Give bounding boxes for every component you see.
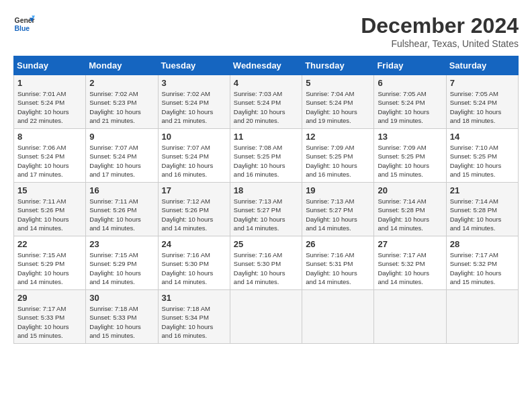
calendar-body: 1Sunrise: 7:01 AM Sunset: 5:24 PM Daylig… xyxy=(14,75,519,344)
day-number: 12 xyxy=(306,132,370,142)
day-detail: Sunrise: 7:05 AM Sunset: 5:24 PM Dayligh… xyxy=(450,89,515,125)
day-detail: Sunrise: 7:17 AM Sunset: 5:32 PM Dayligh… xyxy=(378,250,442,286)
dow-header-wednesday: Wednesday xyxy=(230,56,302,75)
dow-header-saturday: Saturday xyxy=(446,56,518,75)
calendar-cell: 31Sunrise: 7:18 AM Sunset: 5:34 PM Dayli… xyxy=(158,290,230,344)
day-detail: Sunrise: 7:16 AM Sunset: 5:30 PM Dayligh… xyxy=(162,250,226,286)
calendar-cell: 18Sunrise: 7:13 AM Sunset: 5:27 PM Dayli… xyxy=(230,183,302,236)
logo: General Blue xyxy=(13,13,35,35)
calendar-cell: 1Sunrise: 7:01 AM Sunset: 5:24 PM Daylig… xyxy=(14,75,86,129)
day-detail: Sunrise: 7:15 AM Sunset: 5:29 PM Dayligh… xyxy=(17,250,82,286)
day-detail: Sunrise: 7:14 AM Sunset: 5:28 PM Dayligh… xyxy=(450,197,515,232)
calendar-cell: 16Sunrise: 7:11 AM Sunset: 5:26 PM Dayli… xyxy=(86,183,158,236)
day-detail: Sunrise: 7:03 AM Sunset: 5:24 PM Dayligh… xyxy=(234,89,298,125)
day-detail: Sunrise: 7:15 AM Sunset: 5:29 PM Dayligh… xyxy=(89,250,154,286)
day-detail: Sunrise: 7:14 AM Sunset: 5:28 PM Dayligh… xyxy=(378,197,442,232)
day-detail: Sunrise: 7:11 AM Sunset: 5:26 PM Dayligh… xyxy=(89,197,154,232)
day-number: 24 xyxy=(162,239,226,249)
day-number: 6 xyxy=(378,78,442,88)
day-detail: Sunrise: 7:01 AM Sunset: 5:24 PM Dayligh… xyxy=(17,89,82,125)
day-detail: Sunrise: 7:07 AM Sunset: 5:24 PM Dayligh… xyxy=(89,143,154,179)
calendar-cell: 12Sunrise: 7:09 AM Sunset: 5:25 PM Dayli… xyxy=(302,129,374,183)
day-detail: Sunrise: 7:13 AM Sunset: 5:27 PM Dayligh… xyxy=(234,197,298,232)
calendar-week-1: 1Sunrise: 7:01 AM Sunset: 5:24 PM Daylig… xyxy=(14,75,519,129)
dow-header-thursday: Thursday xyxy=(302,56,374,75)
day-number: 2 xyxy=(89,78,154,88)
day-detail: Sunrise: 7:02 AM Sunset: 5:23 PM Dayligh… xyxy=(89,89,154,125)
calendar-table: SundayMondayTuesdayWednesdayThursdayFrid… xyxy=(13,56,519,344)
calendar-cell: 5Sunrise: 7:04 AM Sunset: 5:24 PM Daylig… xyxy=(302,75,374,129)
day-number: 31 xyxy=(162,293,226,303)
calendar-cell xyxy=(374,290,446,344)
day-detail: Sunrise: 7:17 AM Sunset: 5:33 PM Dayligh… xyxy=(17,304,82,340)
day-detail: Sunrise: 7:11 AM Sunset: 5:26 PM Dayligh… xyxy=(17,197,82,232)
day-number: 19 xyxy=(306,185,370,195)
day-number: 1 xyxy=(17,78,82,88)
calendar-cell: 28Sunrise: 7:17 AM Sunset: 5:32 PM Dayli… xyxy=(446,236,518,290)
day-number: 9 xyxy=(89,132,154,142)
calendar-cell: 19Sunrise: 7:13 AM Sunset: 5:27 PM Dayli… xyxy=(302,183,374,236)
calendar-cell: 21Sunrise: 7:14 AM Sunset: 5:28 PM Dayli… xyxy=(446,183,518,236)
day-detail: Sunrise: 7:09 AM Sunset: 5:25 PM Dayligh… xyxy=(306,143,370,179)
dow-header-monday: Monday xyxy=(86,56,158,75)
day-number: 7 xyxy=(450,78,515,88)
calendar-cell xyxy=(230,290,302,344)
day-detail: Sunrise: 7:13 AM Sunset: 5:27 PM Dayligh… xyxy=(306,197,370,232)
title-area: December 2024 Fulshear, Texas, United St… xyxy=(361,13,519,49)
day-number: 4 xyxy=(234,78,298,88)
day-number: 21 xyxy=(450,185,515,195)
calendar-cell: 13Sunrise: 7:09 AM Sunset: 5:25 PM Dayli… xyxy=(374,129,446,183)
day-number: 5 xyxy=(306,78,370,88)
day-detail: Sunrise: 7:10 AM Sunset: 5:25 PM Dayligh… xyxy=(450,143,515,179)
calendar-cell: 4Sunrise: 7:03 AM Sunset: 5:24 PM Daylig… xyxy=(230,75,302,129)
calendar-cell: 30Sunrise: 7:18 AM Sunset: 5:33 PM Dayli… xyxy=(86,290,158,344)
dow-header-friday: Friday xyxy=(374,56,446,75)
day-detail: Sunrise: 7:18 AM Sunset: 5:34 PM Dayligh… xyxy=(162,304,226,340)
day-detail: Sunrise: 7:16 AM Sunset: 5:30 PM Dayligh… xyxy=(234,250,298,286)
day-number: 22 xyxy=(17,239,82,249)
day-number: 11 xyxy=(234,132,298,142)
day-detail: Sunrise: 7:06 AM Sunset: 5:24 PM Dayligh… xyxy=(17,143,82,179)
calendar-cell: 2Sunrise: 7:02 AM Sunset: 5:23 PM Daylig… xyxy=(86,75,158,129)
day-number: 17 xyxy=(162,185,226,195)
calendar-cell: 9Sunrise: 7:07 AM Sunset: 5:24 PM Daylig… xyxy=(86,129,158,183)
day-number: 3 xyxy=(162,78,226,88)
calendar-week-5: 29Sunrise: 7:17 AM Sunset: 5:33 PM Dayli… xyxy=(14,290,519,344)
day-detail: Sunrise: 7:07 AM Sunset: 5:24 PM Dayligh… xyxy=(162,143,226,179)
day-number: 13 xyxy=(378,132,442,142)
dow-header-sunday: Sunday xyxy=(14,56,86,75)
days-of-week-row: SundayMondayTuesdayWednesdayThursdayFrid… xyxy=(14,56,519,75)
calendar-cell: 25Sunrise: 7:16 AM Sunset: 5:30 PM Dayli… xyxy=(230,236,302,290)
day-number: 27 xyxy=(378,239,442,249)
calendar-cell: 23Sunrise: 7:15 AM Sunset: 5:29 PM Dayli… xyxy=(86,236,158,290)
day-number: 25 xyxy=(234,239,298,249)
day-number: 30 xyxy=(89,293,154,303)
calendar-cell: 3Sunrise: 7:02 AM Sunset: 5:24 PM Daylig… xyxy=(158,75,230,129)
day-number: 15 xyxy=(17,185,82,195)
day-number: 16 xyxy=(89,185,154,195)
svg-text:Blue: Blue xyxy=(15,25,30,32)
day-number: 28 xyxy=(450,239,515,249)
day-number: 8 xyxy=(17,132,82,142)
calendar-cell xyxy=(446,290,518,344)
day-detail: Sunrise: 7:09 AM Sunset: 5:25 PM Dayligh… xyxy=(378,143,442,179)
calendar-cell xyxy=(302,290,374,344)
calendar-cell: 8Sunrise: 7:06 AM Sunset: 5:24 PM Daylig… xyxy=(14,129,86,183)
day-detail: Sunrise: 7:08 AM Sunset: 5:25 PM Dayligh… xyxy=(234,143,298,179)
calendar-week-2: 8Sunrise: 7:06 AM Sunset: 5:24 PM Daylig… xyxy=(14,129,519,183)
day-number: 10 xyxy=(162,132,226,142)
calendar-week-3: 15Sunrise: 7:11 AM Sunset: 5:26 PM Dayli… xyxy=(14,183,519,236)
calendar-week-4: 22Sunrise: 7:15 AM Sunset: 5:29 PM Dayli… xyxy=(14,236,519,290)
dow-header-tuesday: Tuesday xyxy=(158,56,230,75)
calendar-cell: 7Sunrise: 7:05 AM Sunset: 5:24 PM Daylig… xyxy=(446,75,518,129)
calendar-cell: 17Sunrise: 7:12 AM Sunset: 5:26 PM Dayli… xyxy=(158,183,230,236)
calendar-cell: 26Sunrise: 7:16 AM Sunset: 5:31 PM Dayli… xyxy=(302,236,374,290)
calendar-cell: 11Sunrise: 7:08 AM Sunset: 5:25 PM Dayli… xyxy=(230,129,302,183)
day-detail: Sunrise: 7:17 AM Sunset: 5:32 PM Dayligh… xyxy=(450,250,515,286)
calendar-cell: 6Sunrise: 7:05 AM Sunset: 5:24 PM Daylig… xyxy=(374,75,446,129)
calendar-subtitle: Fulshear, Texas, United States xyxy=(361,38,519,49)
day-detail: Sunrise: 7:12 AM Sunset: 5:26 PM Dayligh… xyxy=(162,197,226,232)
logo-icon: General Blue xyxy=(13,13,35,35)
day-number: 23 xyxy=(89,239,154,249)
day-number: 29 xyxy=(17,293,82,303)
